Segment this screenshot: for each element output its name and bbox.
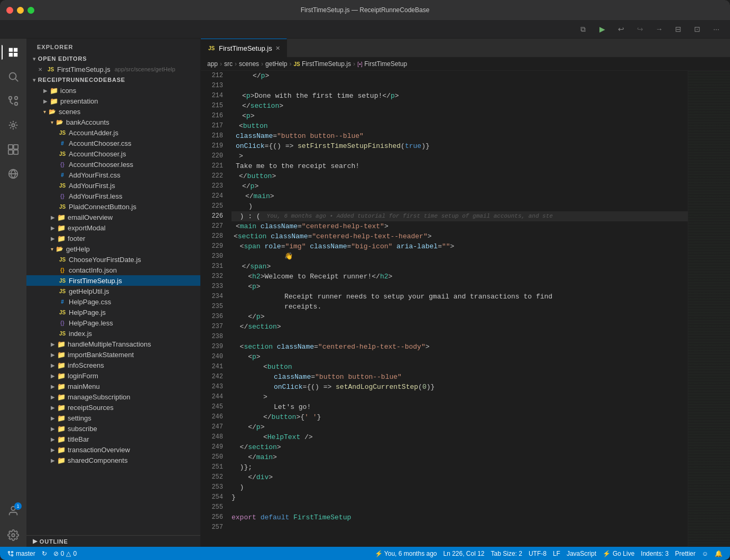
debug-activity-icon[interactable] bbox=[2, 114, 25, 137]
status-blame[interactable]: ⚡ You, 6 months ago bbox=[372, 547, 440, 560]
sidebar-item-helppagecss[interactable]: # HelpPage.css bbox=[26, 296, 200, 307]
sidebar-item-addyourfirstless[interactable]: {} AddYourFirst.less bbox=[26, 191, 200, 201]
sidebar-item-presentation[interactable]: ▶ 📁 presentation bbox=[26, 96, 200, 106]
sidebar-item-receiptsources[interactable]: ▶ 📁 receiptSources bbox=[26, 402, 200, 413]
sidebar-item-indexjs[interactable]: JS index.js bbox=[26, 328, 200, 339]
sidebar-item-sharedcomponents[interactable]: ▶ 📁 sharedComponents bbox=[26, 455, 200, 465]
eol-text: LF bbox=[553, 550, 560, 557]
forward-icon[interactable]: → bbox=[652, 22, 667, 36]
sidebar-item-scenes[interactable]: ▾ 📂 scenes bbox=[26, 106, 200, 117]
back-icon[interactable]: ↩ bbox=[614, 22, 629, 36]
minimize-button[interactable] bbox=[17, 7, 24, 14]
breadcrumb-src[interactable]: src bbox=[224, 60, 233, 68]
chooseyourfirstdate-label: ChooseYourFirstDate.js bbox=[69, 256, 141, 264]
sidebar-header: Explorer bbox=[26, 39, 200, 53]
book-icon[interactable]: ⊟ bbox=[671, 22, 686, 36]
open-editors-section-header[interactable]: ▾ Open Editors bbox=[26, 53, 200, 64]
split-editor-icon[interactable]: ⧉ bbox=[576, 22, 590, 36]
ln-213: 213 bbox=[201, 81, 223, 91]
status-branch[interactable]: master bbox=[4, 547, 39, 560]
sidebar-item-helppageless[interactable]: {} HelpPage.less bbox=[26, 318, 200, 328]
sidebar-item-managesubscription[interactable]: ▶ 📁 manageSubscription bbox=[26, 391, 200, 402]
sidebar-item-addyourfirstcss[interactable]: # AddYourFirst.css bbox=[26, 170, 200, 180]
status-prettier[interactable]: Prettier bbox=[672, 547, 699, 560]
status-indents[interactable]: Indents: 3 bbox=[637, 547, 672, 560]
status-smiley[interactable]: ☺ bbox=[699, 547, 711, 560]
code-line-219: onClick={() => setFirstTimeSetupFinished… bbox=[232, 141, 688, 151]
breadcrumb-gethelp[interactable]: getHelp bbox=[265, 60, 287, 68]
sidebar-item-gethelp[interactable]: ▾ 📂 getHelp bbox=[26, 244, 200, 254]
status-eol[interactable]: LF bbox=[550, 547, 563, 560]
sharedcomps-chevron: ▶ bbox=[51, 458, 55, 463]
forward-off-icon[interactable]: ↪ bbox=[633, 22, 648, 36]
status-position[interactable]: Ln 226, Col 12 bbox=[440, 547, 487, 560]
close-icon[interactable]: ✕ bbox=[36, 65, 44, 73]
css-icon: # bbox=[58, 139, 67, 147]
accounts-activity-icon[interactable]: 1 bbox=[2, 499, 25, 522]
sidebar-item-addyourfirstjs[interactable]: JS AddYourFirst.js bbox=[26, 180, 200, 191]
status-golive[interactable]: ⚡ Go Live bbox=[599, 547, 637, 560]
search-activity-icon[interactable] bbox=[2, 65, 25, 88]
sidebar-item-accountadder[interactable]: JS AccountAdder.js bbox=[26, 127, 200, 138]
status-tabsize[interactable]: Tab Size: 2 bbox=[488, 547, 525, 560]
close-button[interactable] bbox=[6, 7, 13, 14]
settings-activity-icon[interactable] bbox=[2, 524, 25, 547]
explorer-activity-icon[interactable] bbox=[2, 41, 25, 64]
addyourfirstless-label: AddYourFirst.less bbox=[69, 192, 122, 200]
ln-222: 222 bbox=[201, 171, 223, 181]
sidebar-item-icons[interactable]: ▶ 📁 icons bbox=[26, 85, 200, 96]
sidebar-item-infoscreens[interactable]: ▶ 📁 infoScreens bbox=[26, 360, 200, 370]
tab-close-icon[interactable]: ✕ bbox=[275, 45, 280, 52]
sidebar-item-bankaccounts[interactable]: ▾ 📂 bankAccounts bbox=[26, 117, 200, 127]
status-language[interactable]: JavaScript bbox=[563, 547, 599, 560]
breadcrumb-symbol[interactable]: [•] FirstTimeSetup bbox=[357, 60, 407, 68]
sidebar-item-accountchooserless[interactable]: {} AccountChooser.less bbox=[26, 159, 200, 170]
sidebar-item-accountchooserjs[interactable]: JS AccountChooser.js bbox=[26, 148, 200, 159]
status-errors[interactable]: ⊘ 0 △ 0 bbox=[50, 547, 80, 560]
sidebar-item-plaidconnect[interactable]: JS PlaidConnectButton.js bbox=[26, 201, 200, 212]
code-content[interactable]: </p> <p>Done with the first time setup!<… bbox=[227, 71, 688, 547]
run-icon[interactable]: ▶ bbox=[595, 22, 609, 36]
more-icon[interactable]: ··· bbox=[709, 22, 724, 36]
sidebar-item-exportmodal[interactable]: ▶ 📁 exportModal bbox=[26, 222, 200, 233]
footer-chevron: ▶ bbox=[51, 236, 55, 241]
sidebar-item-mainmenu[interactable]: ▶ 📁 mainMenu bbox=[26, 381, 200, 391]
sidebar-item-accountchoosercss[interactable]: # AccountChooser.css bbox=[26, 138, 200, 148]
sidebar-item-titlebar[interactable]: ▶ 📁 titleBar bbox=[26, 434, 200, 444]
code-line-237: </section> bbox=[232, 322, 688, 332]
extensions-activity-icon[interactable] bbox=[2, 138, 25, 161]
sidebar-item-loginform[interactable]: ▶ 📁 loginForm bbox=[26, 370, 200, 381]
tab-firsttimesetup[interactable]: JS FirstTimeSetup.js ✕ bbox=[201, 39, 287, 57]
open-file-path: app/src/scenes/getHelp bbox=[115, 66, 175, 72]
outline-section-header[interactable]: ▶ Outline bbox=[26, 535, 200, 547]
infoscreens-label: infoScreens bbox=[68, 361, 104, 369]
status-bell[interactable]: 🔔 bbox=[711, 547, 726, 560]
breadcrumb-file[interactable]: JS FirstTimeSetup.js bbox=[293, 60, 350, 68]
sidebar-item-emailoverview[interactable]: ▶ 📁 emailOverview bbox=[26, 212, 200, 222]
status-encoding[interactable]: UTF-8 bbox=[525, 547, 550, 560]
sidebar-item-chooseyourfirstdate[interactable]: JS ChooseYourFirstDate.js bbox=[26, 254, 200, 265]
sidebar-item-gethelputil[interactable]: JS getHelpUtil.js bbox=[26, 286, 200, 296]
open-file-firsttimesetup[interactable]: ✕ JS FirstTimeSetup.js app/src/scenes/ge… bbox=[26, 64, 200, 74]
sidebar-item-helppagejs[interactable]: JS HelpPage.js bbox=[26, 307, 200, 318]
root-section-header[interactable]: ▾ ReceiptRunneCodeBase bbox=[26, 74, 200, 85]
remote-activity-icon[interactable] bbox=[2, 162, 25, 185]
breadcrumb-scenes[interactable]: scenes bbox=[239, 60, 259, 68]
sidebar-item-firsttimesetup[interactable]: JS FirstTimeSetup.js bbox=[26, 275, 200, 286]
ln-253: 253 bbox=[201, 482, 223, 492]
sidebar-item-subscribe[interactable]: ▶ 📁 subscribe bbox=[26, 423, 200, 434]
sidebar-item-contactinfo[interactable]: {} contactInfo.json bbox=[26, 265, 200, 275]
maximize-button[interactable] bbox=[27, 7, 34, 14]
sidebar-item-importbank[interactable]: ▶ 📁 importBankStatement bbox=[26, 349, 200, 360]
sidebar-item-transactionoverview[interactable]: ▶ 📁 transactionOverview bbox=[26, 444, 200, 455]
ln-257: 257 bbox=[201, 522, 223, 533]
sidebar-item-footer[interactable]: ▶ 📁 footer bbox=[26, 233, 200, 244]
sidebar-item-settings[interactable]: ▶ 📁 settings bbox=[26, 413, 200, 423]
layout-icon[interactable]: ⊡ bbox=[690, 22, 705, 36]
sidebar-item-handlemultiple[interactable]: ▶ 📁 handleMultipleTransactions bbox=[26, 339, 200, 349]
ln-251: 251 bbox=[201, 462, 223, 472]
status-sync[interactable]: ↻ bbox=[39, 547, 50, 560]
source-control-activity-icon[interactable] bbox=[2, 89, 25, 113]
outline-label: Outline bbox=[40, 538, 68, 545]
breadcrumb-app[interactable]: app bbox=[207, 60, 218, 68]
